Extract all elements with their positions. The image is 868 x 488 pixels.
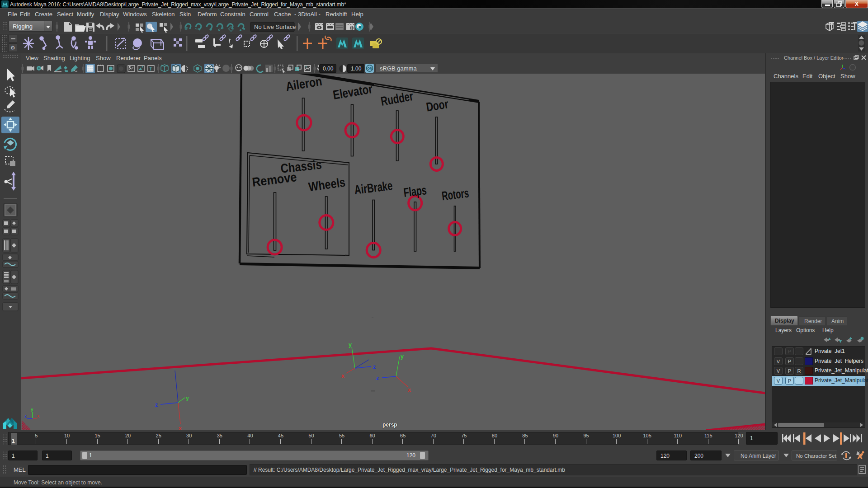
- svg-text:Aileron: Aileron: [285, 74, 323, 94]
- svg-text:x: x: [37, 413, 40, 418]
- svg-text:z: z: [373, 364, 376, 370]
- svg-text:z: z: [376, 375, 379, 381]
- svg-text:z: z: [155, 402, 158, 408]
- svg-text:persp: persp: [382, 422, 397, 428]
- svg-text:No Live Surface: No Live Surface: [254, 23, 296, 30]
- svg-text:Wheels: Wheels: [307, 175, 346, 193]
- svg-text:Elevator: Elevator: [332, 81, 373, 102]
- svg-text:x: x: [179, 425, 182, 430]
- svg-text:Door: Door: [425, 97, 449, 114]
- svg-text:Rotors: Rotors: [441, 186, 469, 203]
- svg-text:x: x: [341, 373, 344, 379]
- svg-text:T: T: [149, 66, 152, 71]
- svg-text:Flaps: Flaps: [403, 183, 427, 199]
- svg-text:Rudder: Rudder: [380, 89, 415, 108]
- svg-text:y: y: [31, 407, 33, 412]
- svg-text:y: y: [401, 353, 404, 360]
- svg-text:ON: ON: [368, 67, 373, 70]
- svg-text:y: y: [349, 342, 352, 348]
- svg-text:Remove: Remove: [251, 170, 297, 189]
- svg-text:x: x: [408, 387, 411, 393]
- svg-text:z: z: [24, 413, 27, 418]
- svg-text:AirBrake: AirBrake: [354, 178, 393, 197]
- svg-text:y: y: [186, 395, 189, 401]
